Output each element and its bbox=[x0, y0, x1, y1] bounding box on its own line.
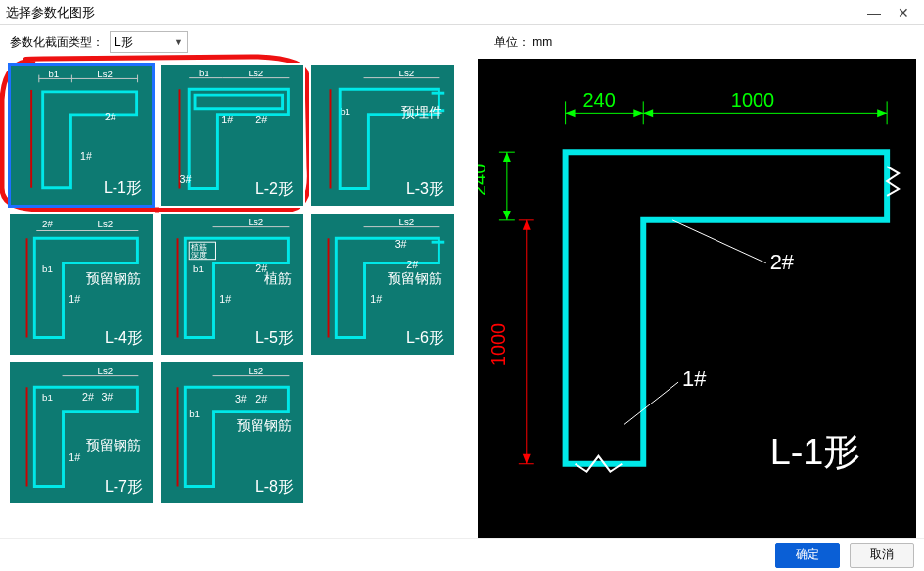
svg-marker-78 bbox=[523, 454, 531, 464]
dim-1000-top: 1000 bbox=[731, 89, 774, 111]
svg-text:Ls2: Ls2 bbox=[249, 216, 264, 227]
svg-text:1#: 1# bbox=[80, 150, 92, 162]
shape-thumb-l1[interactable]: b1 Ls2 2# 1# L-1形 bbox=[8, 63, 155, 208]
shape-thumb-l3[interactable]: Ls2 b1 预埋件 L-3形 bbox=[309, 63, 456, 208]
svg-text:3#: 3# bbox=[395, 238, 407, 250]
svg-text:Ls2: Ls2 bbox=[249, 68, 264, 78]
shape-extra: 预留钢筋 bbox=[388, 270, 442, 288]
shape-name: L-3形 bbox=[406, 179, 444, 200]
svg-marker-66 bbox=[633, 109, 643, 117]
svg-marker-67 bbox=[643, 109, 653, 117]
ok-button[interactable]: 确定 bbox=[775, 543, 840, 568]
svg-text:2#: 2# bbox=[42, 218, 53, 229]
shape-name: L-5形 bbox=[255, 328, 294, 349]
shape-extra: 预留钢筋 bbox=[237, 417, 292, 435]
svg-text:b1: b1 bbox=[42, 392, 53, 403]
svg-text:2#: 2# bbox=[82, 391, 94, 403]
shape-thumb-l5[interactable]: Ls2 植筋 深度 b1 2# 1# 植筋 L-5形 bbox=[159, 212, 305, 357]
svg-text:Ls2: Ls2 bbox=[399, 216, 415, 227]
svg-text:Ls2: Ls2 bbox=[249, 365, 264, 376]
close-button[interactable]: ✕ bbox=[889, 2, 918, 24]
svg-text:1#: 1# bbox=[370, 293, 382, 305]
dim-240-left: 240 bbox=[478, 164, 489, 196]
svg-text:b1: b1 bbox=[340, 106, 350, 117]
svg-text:b1: b1 bbox=[48, 69, 59, 79]
shape-name: L-6形 bbox=[406, 328, 444, 349]
svg-text:3#: 3# bbox=[179, 173, 191, 185]
shape-extra: 植筋 bbox=[264, 270, 292, 288]
shape-extra: 预埋件 bbox=[401, 104, 442, 121]
svg-text:1#: 1# bbox=[219, 293, 231, 305]
shape-extra: 预留钢筋 bbox=[86, 270, 141, 288]
unit-display: 单位： mm bbox=[494, 34, 552, 51]
svg-text:Ls2: Ls2 bbox=[98, 218, 114, 229]
svg-marker-73 bbox=[503, 211, 511, 220]
shape-name: L-8形 bbox=[255, 477, 294, 498]
preview-pane: 240 1000 240 1000 2# 1# L-1形 bbox=[478, 59, 916, 538]
dim-1000-left: 1000 bbox=[487, 323, 509, 366]
svg-text:b1: b1 bbox=[193, 263, 204, 274]
svg-text:2#: 2# bbox=[255, 393, 267, 404]
title-bar: 选择参数化图形 — ✕ bbox=[0, 0, 924, 25]
svg-text:深度: 深度 bbox=[191, 251, 207, 260]
dim-240-top: 240 bbox=[583, 89, 616, 111]
svg-text:Ls2: Ls2 bbox=[97, 69, 112, 79]
svg-marker-65 bbox=[566, 109, 576, 117]
svg-text:Ls2: Ls2 bbox=[98, 365, 114, 376]
svg-line-79 bbox=[672, 220, 766, 263]
window-title: 选择参数化图形 bbox=[6, 4, 859, 22]
svg-text:3#: 3# bbox=[235, 393, 247, 404]
type-value: L形 bbox=[115, 34, 133, 51]
type-select[interactable]: L形 ▼ bbox=[110, 31, 188, 53]
svg-text:Ls2: Ls2 bbox=[399, 68, 415, 78]
svg-text:3#: 3# bbox=[101, 391, 113, 403]
type-label: 参数化截面类型： bbox=[10, 34, 104, 51]
svg-text:2#: 2# bbox=[255, 114, 267, 125]
label-2: 2# bbox=[770, 250, 795, 274]
label-1: 1# bbox=[682, 366, 707, 391]
svg-text:1#: 1# bbox=[69, 293, 80, 305]
toolbar: 参数化截面类型： L形 ▼ 单位： mm bbox=[0, 25, 924, 59]
svg-text:2#: 2# bbox=[105, 111, 116, 122]
shape-name: L-1形 bbox=[104, 178, 142, 199]
shape-thumb-l6[interactable]: Ls2 3# 2# 1# 预留钢筋 L-6形 bbox=[309, 212, 456, 357]
shape-name: L-2形 bbox=[255, 179, 294, 200]
preview-name: L-1形 bbox=[770, 431, 861, 472]
svg-marker-77 bbox=[523, 220, 531, 230]
svg-text:b1: b1 bbox=[42, 263, 53, 274]
svg-text:b1: b1 bbox=[189, 408, 200, 419]
shape-thumb-l8[interactable]: Ls2 b1 3# 2# 预留钢筋 L-8形 bbox=[159, 360, 305, 505]
cancel-button[interactable]: 取消 bbox=[850, 543, 914, 568]
shape-name: L-4形 bbox=[105, 328, 143, 349]
shape-extra: 预留钢筋 bbox=[86, 437, 141, 454]
shape-thumb-l4[interactable]: 2# Ls2 b1 1# 预留钢筋 L-4形 bbox=[8, 212, 155, 357]
svg-text:2#: 2# bbox=[406, 259, 418, 270]
chevron-down-icon: ▼ bbox=[174, 37, 183, 47]
svg-text:1#: 1# bbox=[221, 114, 233, 125]
shape-name: L-7形 bbox=[105, 477, 143, 498]
svg-line-80 bbox=[624, 382, 678, 425]
svg-marker-72 bbox=[503, 152, 511, 162]
shape-grid: b1 Ls2 2# 1# L-1形 b1 Ls2 1# 2# 3# bbox=[0, 59, 470, 538]
minimize-button[interactable]: — bbox=[859, 2, 889, 24]
svg-text:1#: 1# bbox=[69, 452, 80, 463]
svg-text:b1: b1 bbox=[199, 68, 209, 78]
svg-marker-68 bbox=[877, 109, 887, 117]
shape-thumb-l7[interactable]: Ls2 b1 2# 3# 1# 预留钢筋 L-7形 bbox=[8, 360, 155, 505]
shape-thumb-l2[interactable]: b1 Ls2 1# 2# 3# L-2形 bbox=[159, 63, 305, 208]
dialog-footer: 确定 取消 bbox=[0, 538, 924, 571]
